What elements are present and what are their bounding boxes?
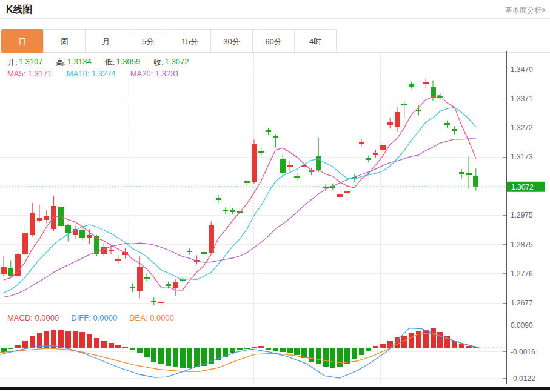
macd-histogram-bar xyxy=(287,348,293,353)
macd-histogram-bar xyxy=(51,330,56,348)
macd-histogram-bar xyxy=(237,348,243,350)
candle-body[interactable] xyxy=(466,173,472,175)
macd-histogram-bar xyxy=(180,348,186,368)
ma5-line xyxy=(4,95,476,290)
candle-body[interactable] xyxy=(151,301,156,302)
candle-body[interactable] xyxy=(380,145,386,150)
ma20-line xyxy=(4,139,476,297)
candle-body[interactable] xyxy=(258,151,264,153)
candle-body[interactable] xyxy=(173,282,178,288)
macd-value: 0.0000 xyxy=(35,313,59,322)
macd-histogram-bar xyxy=(330,348,335,368)
candle-body[interactable] xyxy=(8,268,13,276)
price-axis-label: 1.2776 xyxy=(511,270,533,278)
candle-body[interactable] xyxy=(337,194,343,196)
candle-body[interactable] xyxy=(395,112,400,127)
candle-body[interactable] xyxy=(473,176,478,187)
macd-histogram-bar xyxy=(323,348,329,367)
macd-histogram-bar xyxy=(94,338,99,348)
macd-histogram-bar xyxy=(8,348,13,349)
candle-body[interactable] xyxy=(316,156,321,170)
candle-body[interactable] xyxy=(344,191,350,193)
candle-body[interactable] xyxy=(216,198,221,200)
candle-body[interactable] xyxy=(280,159,286,174)
candle-body[interactable] xyxy=(287,165,293,167)
candle-body[interactable] xyxy=(201,252,207,254)
candle-body[interactable] xyxy=(87,235,92,238)
macd-histogram-bar xyxy=(280,348,286,352)
macd-histogram-bar xyxy=(158,348,164,364)
candle-body[interactable] xyxy=(22,233,28,254)
macd-histogram-bar xyxy=(44,331,49,348)
candle-body[interactable] xyxy=(144,277,150,279)
dea-label: DEA: xyxy=(129,313,147,322)
candle-body[interactable] xyxy=(79,230,85,238)
candle-body[interactable] xyxy=(209,225,214,253)
ma-readout: MA5: 1.3171 MA10: 1.3274 MA20: 1.3231 xyxy=(7,69,179,78)
candle-body[interactable] xyxy=(366,158,371,160)
candle-body[interactable] xyxy=(65,225,71,233)
macd-histogram-bar xyxy=(316,348,321,364)
candle-body[interactable] xyxy=(401,104,407,105)
open-label: 开: xyxy=(7,57,18,68)
candle-body[interactable] xyxy=(244,181,250,183)
macd-histogram-bar xyxy=(230,348,235,353)
candle-body[interactable] xyxy=(37,218,42,221)
macd-histogram-bar xyxy=(409,333,414,348)
macd-label: MACD: xyxy=(7,313,33,322)
candle-body[interactable] xyxy=(137,267,143,291)
candle-body[interactable] xyxy=(166,284,171,285)
candle-body[interactable] xyxy=(273,136,278,138)
candle-body[interactable] xyxy=(359,142,364,144)
macd-histogram-bar xyxy=(431,328,436,348)
macd-histogram-bar xyxy=(373,346,378,348)
candle-body[interactable] xyxy=(15,254,21,276)
macd-histogram-bar xyxy=(466,346,472,348)
candle-body[interactable] xyxy=(452,129,457,131)
candle-body[interactable] xyxy=(266,130,271,132)
candle-body[interactable] xyxy=(130,287,135,288)
candle-body[interactable] xyxy=(1,267,7,274)
kline-widget: K线图 基本面分析> 日周月5分15分30分60分4时 1.30721.3470… xyxy=(0,0,550,392)
macd-histogram-bar xyxy=(37,333,42,348)
candle-body[interactable] xyxy=(252,144,257,182)
macd-histogram-bar xyxy=(1,348,7,352)
candle-body[interactable] xyxy=(230,210,235,212)
macd-histogram-bar xyxy=(258,346,264,348)
candle-body[interactable] xyxy=(459,172,464,174)
macd-axis-label: -0.0016 xyxy=(511,348,535,356)
candle-body[interactable] xyxy=(109,250,114,251)
candle-body[interactable] xyxy=(223,210,228,211)
dea-line xyxy=(0,333,479,371)
candle-body[interactable] xyxy=(423,82,429,84)
candle-body[interactable] xyxy=(294,176,300,178)
price-axis-label: 1.2975 xyxy=(511,211,533,219)
macd-histogram-bar xyxy=(344,348,350,364)
close-value: 1.3072 xyxy=(165,57,189,68)
candle-body[interactable] xyxy=(373,153,378,155)
ma10-line xyxy=(4,107,476,293)
macd-histogram-bar xyxy=(266,348,271,350)
macd-histogram-bar xyxy=(166,348,171,366)
macd-histogram-bar xyxy=(273,348,278,351)
candle-body[interactable] xyxy=(30,213,35,235)
ma5-label: MA5: xyxy=(7,69,25,78)
macd-histogram-bar xyxy=(187,348,192,368)
candle-body[interactable] xyxy=(44,216,49,220)
candle-body[interactable] xyxy=(387,122,393,125)
candle-body[interactable] xyxy=(444,123,450,125)
macd-histogram-bar xyxy=(115,345,121,348)
ma5-value: 1.3171 xyxy=(28,69,52,78)
candle-body[interactable] xyxy=(409,84,414,86)
bottom-bar xyxy=(0,387,550,390)
candle-body[interactable] xyxy=(187,251,192,253)
macd-histogram-bar xyxy=(352,348,357,359)
macd-histogram-bar xyxy=(151,348,156,362)
candle-body[interactable] xyxy=(158,302,164,303)
macd-histogram-bar xyxy=(79,332,85,348)
ma10-value: 1.3274 xyxy=(92,69,116,78)
candle-body[interactable] xyxy=(115,259,121,261)
diff-line xyxy=(0,328,479,379)
macd-histogram-bar xyxy=(194,348,200,367)
low-label: 低: xyxy=(105,57,115,68)
